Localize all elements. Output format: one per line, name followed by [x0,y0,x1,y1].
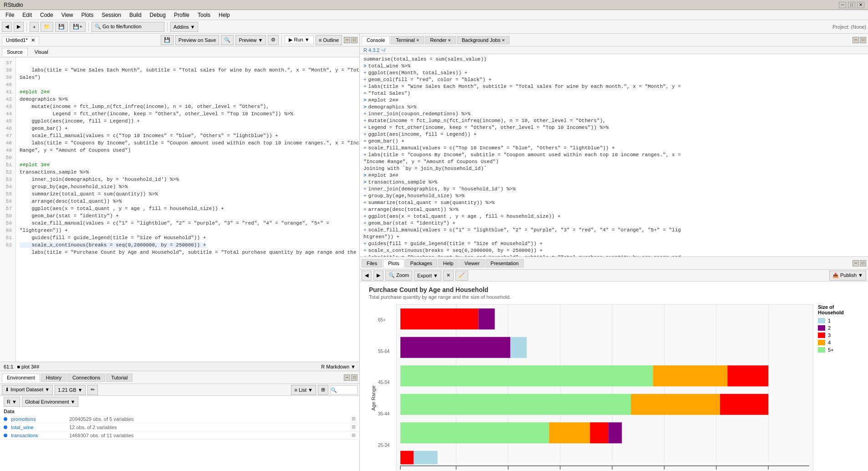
tab-viewer[interactable]: Viewer [460,259,485,267]
tab-plots[interactable]: Plots [383,259,404,267]
env-maximize-btn[interactable]: □ [351,374,357,381]
tab-connections[interactable]: Connections [67,374,105,382]
editor-tab-close[interactable]: ✕ [31,37,35,43]
menu-build[interactable]: Build [126,11,145,19]
plot-toolbar: ◀ ▶ 🔍 Zoom Export ▼ ✕ 🧹 📤 Publish ▼ [360,270,868,282]
console-line: + geom_bar(stat = "identity") + [363,220,864,227]
memory-btn[interactable]: 1.21 GB ▼ [55,385,86,395]
menu-profile[interactable]: Profile [170,11,193,19]
broom-btn[interactable]: 🧹 [455,271,468,281]
bar-55-purple [400,337,511,358]
env-search-input[interactable] [330,385,357,394]
tab-help[interactable]: Help [438,259,459,267]
editor-tab-untitled[interactable]: Untitled1* ✕ [2,36,39,44]
delete-plot-btn[interactable]: ✕ [443,271,454,281]
grid-view-btn[interactable]: ⊞ [318,385,328,395]
console-tabs: Console Terminal × Render × Background J… [360,34,868,46]
env-grid-total-wine[interactable]: ⊞ [352,424,356,430]
tab-environment[interactable]: Environment [2,374,40,382]
plot-content: Purchase Count by Age and Household Tota… [360,282,868,471]
plot-back-btn[interactable]: ◀ [362,271,372,281]
right-panel: Console Terminal × Render × Background J… [360,34,868,471]
y-tick-55: 55-64 [378,349,393,354]
preview-on-save-btn[interactable]: Preview on Save [175,35,220,45]
bar-45-red [727,365,768,386]
editor-search-btn[interactable]: 🔍 [221,35,234,45]
env-row-total-wine[interactable]: total_wine 12 obs. of 2 variables ⊞ [0,423,359,431]
env-row-promotions[interactable]: promotions 20940529 obs. of 5 variables … [0,415,359,423]
go-to-file-button[interactable]: 🔍 Go to file/function [92,22,164,32]
code-content[interactable]: labs(title = "Wine Sales Each Month", su… [16,57,359,362]
new-file-button[interactable]: ◀ [2,22,12,32]
tab-terminal[interactable]: Terminal × [391,36,424,44]
zoom-btn[interactable]: 🔍 Zoom [385,271,412,281]
import-dataset-btn[interactable]: ⬇ Import Dataset ▼ [2,385,53,395]
editor-settings-btn[interactable]: ⚙ [268,35,279,45]
menu-session[interactable]: Session [98,11,125,19]
menu-edit[interactable]: Edit [19,11,36,19]
console-minimize-btn[interactable]: ─ [853,37,859,43]
env-info-total-wine: 12 obs. of 2 variables [69,425,117,430]
console-output[interactable]: summarise(total_sales = sum(sales_value)… [360,54,868,256]
close-button[interactable]: ✕ [857,2,864,8]
bar-45-orange [653,365,727,386]
y-tick-25: 25-34 [378,443,393,448]
plot-forward-btn[interactable]: ▶ [373,271,383,281]
editor-preview-btn[interactable]: Preview ▼ [235,35,266,45]
menu-tools[interactable]: Tools [194,11,214,19]
y-axis-label-container: Age Range [369,304,378,471]
menu-file[interactable]: File [2,11,18,19]
minimize-button[interactable]: ─ [839,2,846,8]
console-maximize-btn[interactable]: □ [860,37,866,43]
export-btn[interactable]: Export ▼ [414,271,441,281]
env-minimize-btn[interactable]: ─ [344,374,350,381]
r-env-btn[interactable]: R ▼ [4,397,20,407]
console-line: "Income Range", y = "Amount of Coupons U… [363,159,864,165]
global-env-btn[interactable]: Global Environment ▼ [22,397,79,407]
publish-btn[interactable]: 📤 Publish ▼ [829,271,866,281]
tab-presentation[interactable]: Presentation [485,259,524,267]
env-row-transactions[interactable]: transactions 1469307 obs. of 11 variable… [0,431,359,440]
tab-background-jobs[interactable]: Background Jobs × [457,36,510,44]
addins-button[interactable]: Addins ▼ [170,22,199,32]
plots-maximize-btn[interactable]: □ [860,260,866,266]
menu-code[interactable]: Code [36,11,57,19]
outline-btn[interactable]: ≡ Outline [316,35,342,45]
menu-help[interactable]: Help [215,11,234,19]
rmarkdown-mode[interactable]: R Markdown ▼ [321,364,356,369]
edit-env-btn[interactable]: ✏ [87,385,98,395]
menu-debug[interactable]: Debug [146,11,169,19]
titlebar: RStudio ─ □ ✕ [0,0,868,10]
save-button[interactable]: 💾 [55,22,68,32]
tab-files[interactable]: Files [362,259,382,267]
tab-tutorial[interactable]: Tutorial [106,374,133,382]
maximize-button[interactable]: □ [848,2,855,8]
new-script-button[interactable]: ▶ [14,22,24,32]
console-line: + ggplot(aes(income, fill = Legend)) + [363,131,864,138]
list-view-btn[interactable]: ≡ List ▼ [291,385,316,395]
editor-save-btn[interactable]: 💾 [161,35,174,45]
plots-minimize-btn[interactable]: ─ [853,260,859,266]
menu-view[interactable]: View [58,11,77,19]
tab-render[interactable]: Render × [425,36,456,44]
env-grid-transactions[interactable]: ⊞ [352,432,356,438]
menu-plots[interactable]: Plots [78,11,97,19]
tab-visual[interactable]: Visual [30,48,53,56]
tab-source[interactable]: Source [2,48,28,56]
legend-label-5plus: 5+ [828,347,834,353]
editor-maximize-btn[interactable]: □ [351,37,357,43]
tab-console[interactable]: Console [362,36,390,44]
env-grid-promotions[interactable]: ⊞ [352,416,356,422]
env-name-transactions: transactions [11,433,66,438]
open-project-button[interactable]: 📁 [41,22,53,32]
code-editor[interactable]: 37383940 41424344 45464748 49505152 5354… [0,57,359,362]
legend-color-2 [818,325,825,331]
console-line: + scale_fill_manual(values = c("Top 10 I… [363,145,864,152]
tab-history[interactable]: History [41,374,66,382]
run-button[interactable]: ▶ Run ▼ [285,36,313,44]
editor-minimize-btn[interactable]: ─ [344,37,350,43]
legend-title: Size of Household [818,304,859,315]
tab-packages[interactable]: Packages [405,259,437,267]
save-all-button[interactable]: 💾+ [70,22,85,32]
open-file-button[interactable]: + [30,22,39,32]
